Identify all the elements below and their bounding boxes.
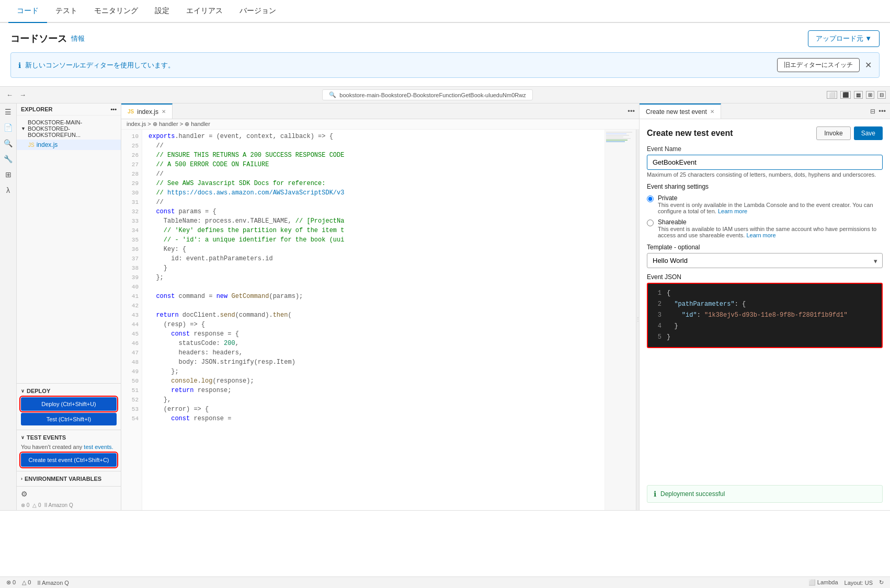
files-icon[interactable]: 📄 <box>4 123 13 132</box>
code-breadcrumb: index.js > ⊕ handler > ⊕ handler <box>121 119 639 130</box>
test-events-link[interactable]: test events. <box>84 444 113 450</box>
code-line: const params = { <box>149 207 598 216</box>
layout-status: Layout: US <box>845 580 873 586</box>
json-line-5: 5 } <box>654 332 875 343</box>
panel-body: Create new test event Invoke Save Event … <box>640 119 890 510</box>
code-line: // <box>149 141 598 151</box>
switch-editor-button[interactable]: 旧エディターにスイッチ <box>777 58 860 72</box>
code-line <box>149 282 598 292</box>
icon-rail: ☰ 📄 🔍 🔧 ⊞ λ <box>0 103 17 510</box>
amazon-q-status: II Amazon Q <box>37 580 69 586</box>
right-panel-tabs-bar: Create new test event ✕ ⊟ ••• <box>640 103 890 119</box>
editor-toolbar: ← → 🔍 bookstore-main-BookstoreD-Bookstor… <box>0 87 890 103</box>
info-link[interactable]: 情報 <box>71 34 85 43</box>
close-panel-icon[interactable]: ✕ <box>710 109 714 114</box>
layout-icon-3[interactable]: ▦ <box>854 91 863 99</box>
file-item[interactable]: JS index.js <box>17 140 121 150</box>
tab-monitoring[interactable]: モニタリング <box>86 0 146 23</box>
search-sidebar-icon[interactable]: 🔍 <box>4 139 13 147</box>
code-line: id: event.pathParameters.id <box>149 254 598 263</box>
code-line: const response = { <box>149 329 598 339</box>
code-content[interactable]: 1025262728 2930313233 3435363738 3940414… <box>121 130 639 510</box>
code-line: // <box>149 198 598 207</box>
settings-icon[interactable]: ⚙ <box>21 490 28 498</box>
event-json-label: Event JSON <box>647 273 883 281</box>
refresh-icon[interactable]: ↻ <box>879 579 884 586</box>
right-panel: Create new test event ✕ ⊟ ••• Create new… <box>639 103 890 510</box>
json-line-1: 1 { <box>654 288 875 299</box>
layout-icon-5[interactable]: ⊟ <box>877 91 886 99</box>
upload-button[interactable]: アップロード元 ▼ <box>808 30 880 47</box>
code-line: } <box>149 263 598 273</box>
tab-version[interactable]: バージョン <box>231 0 284 23</box>
layout-icon-1[interactable]: ⬜ <box>827 91 837 99</box>
folder-name: BOOKSTORE-MAIN-BOOKSTORED-BOOKSTOREFUN..… <box>28 119 117 138</box>
sharing-label: Event sharing settings <box>647 183 883 190</box>
code-line: const response = <box>149 414 598 423</box>
debug-icon[interactable]: 🔧 <box>4 155 13 163</box>
code-editor-panel: JS index.js ✕ ••• index.js > ⊕ handler >… <box>121 103 639 510</box>
hamburger-icon[interactable]: ☰ <box>5 108 12 116</box>
code-line: // A 500 ERROR CODE ON FAILURE <box>149 160 598 169</box>
panel-tab-label: Create new test event <box>646 108 707 116</box>
js-file-icon: JS <box>28 142 35 148</box>
code-line: return docClient.send(command).then( <box>149 310 598 320</box>
resize-handle[interactable]: ⋮ <box>636 130 639 510</box>
info-banner-text: 新しいコンソールエディターを使用しています。 <box>25 61 175 70</box>
close-tab-icon[interactable]: ✕ <box>162 109 166 114</box>
deploy-label: DEPLOY <box>27 388 50 394</box>
extensions-icon[interactable]: ⊞ <box>5 170 12 179</box>
code-line: exports.handler = (event, context, callb… <box>149 132 598 141</box>
close-banner-icon[interactable]: ✕ <box>865 60 872 70</box>
test-button[interactable]: Test (Ctrl+Shift+I) <box>21 413 117 425</box>
back-icon[interactable]: ← <box>4 90 15 100</box>
event-name-label: Event Name <box>647 145 883 153</box>
json-line-4: 4 } <box>654 321 875 332</box>
layout-icon-4[interactable]: ⊞ <box>866 91 874 99</box>
json-line-2: 2 "pathParameters": { <box>654 299 875 310</box>
lambda-icon[interactable]: λ <box>6 186 10 194</box>
success-icon: ℹ <box>654 490 656 498</box>
event-json-section: Event JSON 1 { 2 "pathParameters": { 3 <box>647 273 883 348</box>
info-icon: ℹ <box>18 61 21 70</box>
right-panel-tab[interactable]: Create new test event ✕ <box>640 103 721 119</box>
tab-test[interactable]: テスト <box>47 0 86 23</box>
code-line: TableName: process.env.TABLE_NAME, // [P… <box>149 216 598 226</box>
forward-icon[interactable]: → <box>17 90 28 100</box>
chevron-down-deploy-icon: ∨ <box>21 388 25 394</box>
template-label: Template - optional <box>647 244 883 251</box>
invoke-button[interactable]: Invoke <box>816 126 850 140</box>
json-editor[interactable]: 1 { 2 "pathParameters": { 3 "id": "1k38e… <box>647 283 883 348</box>
private-radio[interactable] <box>647 195 654 202</box>
section-title: コードソース <box>10 32 67 45</box>
shareable-learn-more[interactable]: Learn more <box>746 232 775 238</box>
search-icon: 🔍 <box>329 91 336 98</box>
shareable-desc: This event is available to IAM users wit… <box>658 226 883 238</box>
event-name-input[interactable] <box>647 155 883 170</box>
tab-code[interactable]: コード <box>8 0 47 23</box>
editor-tab-indexjs[interactable]: JS index.js ✕ <box>121 103 173 119</box>
panel-menu-icon[interactable]: ••• <box>878 107 886 115</box>
tab-settings[interactable]: 設定 <box>146 0 178 23</box>
event-name-group: Event Name Maximum of 25 characters cons… <box>647 145 883 178</box>
code-line: (error) => { <box>149 405 598 414</box>
chevron-right-envvars-icon[interactable]: › <box>21 476 22 481</box>
save-button[interactable]: Save <box>854 126 883 140</box>
code-line: }, <box>149 395 598 405</box>
folder-item[interactable]: ▼ BOOKSTORE-MAIN-BOOKSTORED-BOOKSTOREFUN… <box>17 118 121 140</box>
private-learn-more[interactable]: Learn more <box>718 208 747 214</box>
layout-icon-2[interactable]: ⬛ <box>840 91 851 99</box>
tab-alias[interactable]: エイリアス <box>178 0 231 23</box>
code-lines[interactable]: exports.handler = (event, context, callb… <box>142 130 604 510</box>
warning-status: △ 0 <box>22 579 31 586</box>
split-editor-icon[interactable]: ⊟ <box>870 108 875 115</box>
create-test-event-button[interactable]: Create test event (Ctrl+Shift+C) <box>21 453 117 467</box>
amazon-q-label: II Amazon Q <box>44 502 73 508</box>
code-line: }; <box>149 273 598 282</box>
template-select[interactable]: Hello World <box>647 253 883 268</box>
explorer-label: EXPLORER <box>21 106 53 112</box>
explorer-menu-icon[interactable]: ••• <box>110 106 117 112</box>
editor-tab-menu[interactable]: ••• <box>623 107 639 115</box>
deploy-button[interactable]: Deploy (Ctrl+Shift+U) <box>21 397 117 411</box>
shareable-radio[interactable] <box>647 220 654 226</box>
